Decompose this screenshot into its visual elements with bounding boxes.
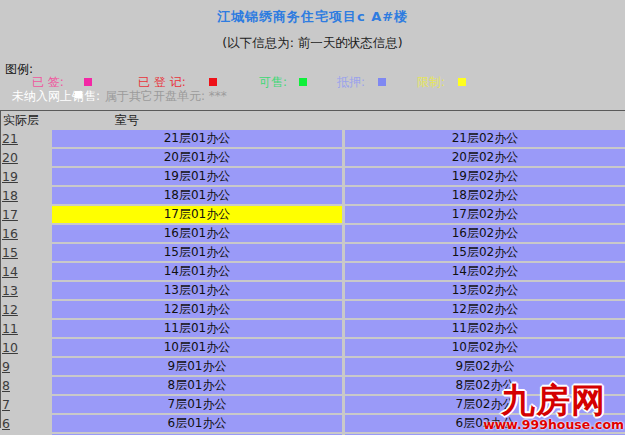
floor-link[interactable]: 13: [2, 283, 18, 298]
table-row: 1414层01办公14层02办公: [0, 261, 625, 280]
floor-cell: 12: [0, 301, 52, 318]
watermark: 九房网 www.999house.com: [483, 384, 624, 432]
table-top-border: [0, 110, 625, 111]
table-row: 1616层01办公16层02办公: [0, 223, 625, 242]
unit-cell[interactable]: 15层02办公: [345, 244, 625, 261]
unit-cell[interactable]: 16层01办公: [52, 225, 342, 242]
floor-column-header: 实际层: [3, 112, 39, 129]
unit-cell[interactable]: 18层02办公: [345, 187, 625, 204]
table-row: 99层01办公9层02办公: [0, 356, 625, 375]
table-row: 1919层01办公19层02办公: [0, 166, 625, 185]
floor-link[interactable]: 16: [2, 226, 18, 241]
floor-link[interactable]: 18: [2, 188, 18, 203]
unit-cell[interactable]: 19层02办公: [345, 168, 625, 185]
table-row: 1111层01办公11层02办公: [0, 318, 625, 337]
table-row: 1818层01办公18层02办公: [0, 185, 625, 204]
unit-cell[interactable]: 10层02办公: [345, 339, 625, 356]
page-title: 江城锦绣商务住宅项目c A#楼: [0, 8, 625, 26]
floor-cell: 19: [0, 168, 52, 185]
floor-link[interactable]: 21: [2, 131, 18, 146]
unit-cell[interactable]: 17层01办公: [52, 206, 342, 223]
unit-cell[interactable]: 11层02办公: [345, 320, 625, 337]
unit-cell[interactable]: 18层01办公: [52, 187, 342, 204]
table-row: 1010层01办公10层02办公: [0, 337, 625, 356]
unit-cell[interactable]: 8层01办公: [52, 377, 342, 394]
unit-cell[interactable]: 17层02办公: [345, 206, 625, 223]
legend-swatch-signed: [84, 78, 92, 86]
unit-cell[interactable]: 7层01办公: [52, 396, 342, 413]
room-column-header: 室号: [115, 112, 139, 129]
floor-link[interactable]: 11: [2, 321, 18, 336]
table-row: 1717层01办公17层02办公: [0, 204, 625, 223]
unit-cell[interactable]: 14层02办公: [345, 263, 625, 280]
unit-cell[interactable]: 6层01办公: [52, 415, 342, 432]
unit-cell[interactable]: 20层02办公: [345, 149, 625, 166]
site-url: www.999house.com: [483, 417, 624, 432]
unit-cell[interactable]: 12层01办公: [52, 301, 342, 318]
unit-cell[interactable]: 21层01办公: [52, 130, 342, 147]
page: 江城锦绣商务住宅项目c A#楼 (以下信息为: 前一天的状态信息) 图例: 已 …: [0, 0, 625, 435]
floor-cell: 21: [0, 130, 52, 147]
legend-label-other-batch: 属于其它开盘单元: ***: [105, 88, 227, 105]
floor-cell: 17: [0, 206, 52, 223]
floor-cell: 11: [0, 320, 52, 337]
site-logo: 九房网: [483, 384, 624, 416]
unit-cell[interactable]: 21层02办公: [345, 130, 625, 147]
legend-swatch-for-sale: [299, 78, 307, 86]
table-row: 1212层01办公12层02办公: [0, 299, 625, 318]
unit-cell[interactable]: 12层02办公: [345, 301, 625, 318]
floor-link[interactable]: 12: [2, 302, 18, 317]
unit-cell[interactable]: 15层01办公: [52, 244, 342, 261]
legend-swatch-restricted: [458, 78, 466, 86]
floor-link[interactable]: 19: [2, 169, 18, 184]
legend-swatch-not-online: [75, 91, 82, 98]
floor-link[interactable]: 8: [2, 378, 10, 393]
floor-cell: 14: [0, 263, 52, 280]
unit-cell[interactable]: 13层01办公: [52, 282, 342, 299]
unit-cell[interactable]: 14层01办公: [52, 263, 342, 280]
legend-label-mortgaged: 抵押:: [337, 74, 365, 91]
floor-cell: 20: [0, 149, 52, 166]
floor-cell: 8: [0, 377, 52, 394]
unit-cell[interactable]: 11层01办公: [52, 320, 342, 337]
unit-cell[interactable]: 16层02办公: [345, 225, 625, 242]
floor-cell: 18: [0, 187, 52, 204]
floor-cell: 7: [0, 396, 52, 413]
floor-cell: 16: [0, 225, 52, 242]
unit-cell[interactable]: 9层02办公: [345, 358, 625, 375]
floor-link[interactable]: 7: [2, 397, 10, 412]
legend-label-for-sale: 可售:: [259, 74, 287, 91]
floor-cell: 6: [0, 415, 52, 432]
unit-cell[interactable]: 13层02办公: [345, 282, 625, 299]
table-row: 2121层01办公21层02办公: [0, 128, 625, 147]
legend-label-not-online: 未纳入网上销售:: [12, 88, 100, 105]
floor-link[interactable]: 9: [2, 359, 10, 374]
floor-link[interactable]: 6: [2, 416, 10, 431]
unit-cell[interactable]: 19层01办公: [52, 168, 342, 185]
floor-link[interactable]: 14: [2, 264, 18, 279]
floor-cell: 9: [0, 358, 52, 375]
legend-swatch-registered: [209, 78, 217, 86]
unit-cell[interactable]: 20层01办公: [52, 149, 342, 166]
floor-cell: 13: [0, 282, 52, 299]
floor-link[interactable]: 17: [2, 207, 18, 222]
floor-link[interactable]: 10: [2, 340, 18, 355]
legend-label-restricted: 限制:: [417, 74, 445, 91]
table-row: 1515层01办公15层02办公: [0, 242, 625, 261]
unit-cell[interactable]: 10层01办公: [52, 339, 342, 356]
legend-swatch-mortgaged: [378, 78, 386, 86]
table-row: 1313层01办公13层02办公: [0, 280, 625, 299]
unit-cell[interactable]: 9层01办公: [52, 358, 342, 375]
floor-link[interactable]: 20: [2, 150, 18, 165]
floor-cell: 15: [0, 244, 52, 261]
legend-label: 图例:: [5, 61, 33, 78]
floor-link[interactable]: 15: [2, 245, 18, 260]
floor-cell: 10: [0, 339, 52, 356]
table-row: 2020层01办公20层02办公: [0, 147, 625, 166]
page-subtitle: (以下信息为: 前一天的状态信息): [0, 35, 625, 52]
